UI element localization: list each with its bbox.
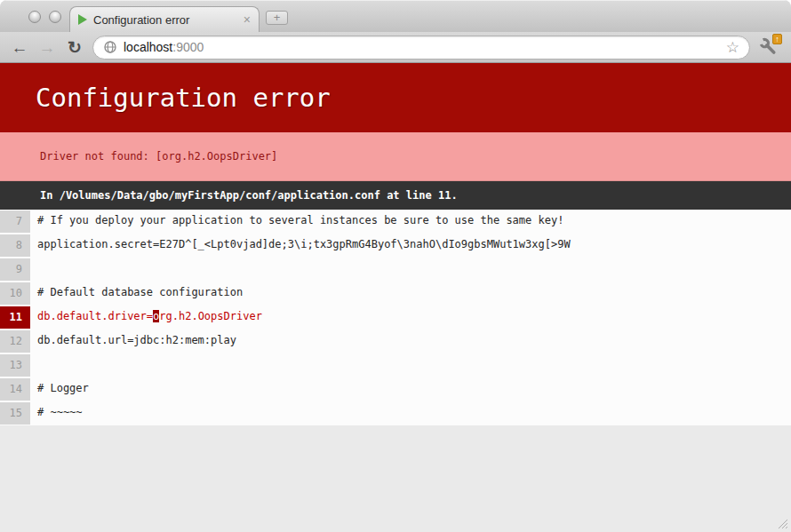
error-location-bar: In /Volumes/Data/gbo/myFirstApp/conf/app… xyxy=(0,181,791,210)
code-line-error: 11 db.default.driver=org.h2.OopsDriver xyxy=(0,306,791,330)
code-line: 12 db.default.url=jdbc:h2:mem:play xyxy=(0,330,791,353)
update-badge-icon: ↑ xyxy=(772,34,782,44)
line-number: 12 xyxy=(0,330,30,353)
reload-button[interactable]: ↻ xyxy=(65,39,84,56)
source-code-listing: 7 # If you deploy your application to se… xyxy=(0,210,791,425)
code-line: 10 # Default database configuration xyxy=(0,282,791,306)
line-number: 13 xyxy=(0,353,30,377)
code-line: 9 xyxy=(0,258,791,282)
bookmark-star-icon[interactable]: ☆ xyxy=(726,40,739,55)
line-text xyxy=(30,258,37,282)
globe-icon xyxy=(103,40,117,54)
line-number: 15 xyxy=(0,401,30,425)
tab-title: Configuration error xyxy=(93,13,237,27)
line-text: # Default database configuration xyxy=(30,282,243,306)
code-line: 8 application.secret=E27D^[_<Lpt0vjad]de… xyxy=(0,234,791,258)
line-number: 9 xyxy=(0,258,30,282)
browser-tab[interactable]: Configuration error × xyxy=(69,6,260,32)
browser-toolbar: ← → ↻ localhost:9000 ☆ ↑ xyxy=(0,32,791,63)
line-number: 14 xyxy=(0,377,30,401)
error-line-pre: db.default.driver= xyxy=(37,310,153,322)
forward-button[interactable]: → xyxy=(37,39,57,56)
url-text: localhost:9000 xyxy=(124,39,204,55)
back-button[interactable]: ← xyxy=(10,39,29,56)
line-number: 7 xyxy=(0,210,30,234)
error-detail-banner: Driver not found: [org.h2.OopsDriver] xyxy=(0,132,791,181)
line-text-error: db.default.driver=org.h2.OopsDriver xyxy=(30,306,262,330)
tab-close-icon[interactable]: × xyxy=(244,13,251,26)
line-text: # If you deploy your application to seve… xyxy=(30,210,563,234)
line-text: db.default.url=jdbc:h2:mem:play xyxy=(30,330,236,353)
error-header: Configuration error xyxy=(0,63,791,132)
code-line: 15 # ~~~~~ xyxy=(0,401,791,425)
code-line: 13 xyxy=(0,353,791,377)
page-content: Configuration error Driver not found: [o… xyxy=(0,63,791,532)
window-minimize-button[interactable] xyxy=(49,11,61,23)
line-text xyxy=(30,353,37,377)
line-number-error: 11 xyxy=(0,306,30,330)
window-close-button[interactable] xyxy=(28,11,41,23)
line-number: 8 xyxy=(0,234,30,258)
url-port: :9000 xyxy=(172,40,204,54)
chrome-menu-button[interactable]: ↑ xyxy=(758,36,781,59)
line-text: # ~~~~~ xyxy=(30,401,83,425)
error-line-post: rg.h2.OopsDriver xyxy=(159,310,262,322)
browser-window: Configuration error × + ← → ↻ localhost:… xyxy=(0,0,791,532)
address-bar[interactable]: localhost:9000 ☆ xyxy=(92,36,750,60)
code-line: 7 # If you deploy your application to se… xyxy=(0,210,791,234)
url-host: localhost xyxy=(124,40,172,54)
new-tab-button[interactable]: + xyxy=(266,11,288,25)
line-number: 10 xyxy=(0,282,30,306)
page-title: Configuration error xyxy=(36,83,331,113)
tab-strip: Configuration error × + xyxy=(0,0,791,32)
line-text: # Logger xyxy=(30,377,89,401)
play-favicon-icon xyxy=(78,14,87,25)
line-text: application.secret=E27D^[_<Lpt0vjad]de;3… xyxy=(30,234,571,258)
code-line: 14 # Logger xyxy=(0,377,791,401)
window-resize-grip[interactable] xyxy=(777,518,788,529)
